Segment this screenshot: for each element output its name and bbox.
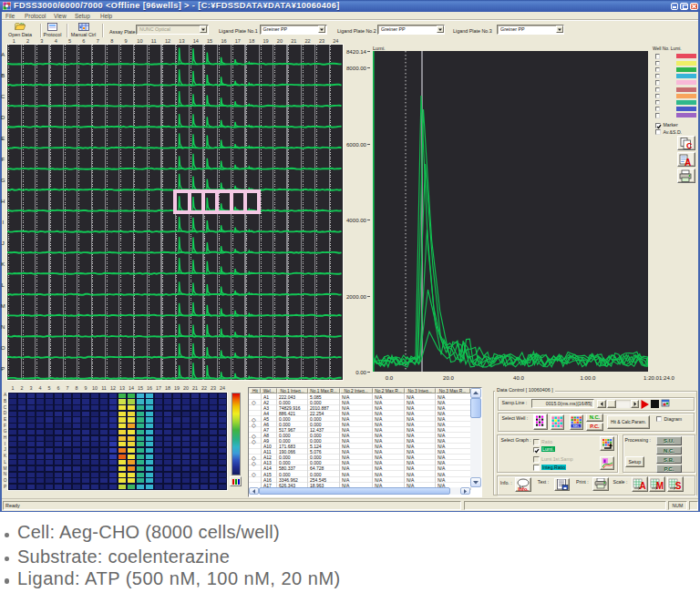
svg-text:C: C [686, 141, 693, 150]
svg-text:S: S [674, 481, 681, 491]
svg-text:M: M [656, 481, 664, 491]
svg-text:A: A [685, 157, 691, 167]
svg-text:Info.: Info. [518, 485, 529, 491]
svg-text:SEL: SEL [572, 424, 580, 428]
svg-text:A: A [639, 481, 645, 491]
